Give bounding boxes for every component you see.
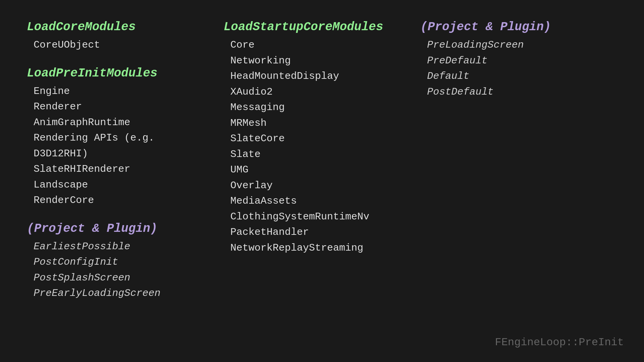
list-item: Default <box>420 68 604 84</box>
section-load-preinit-modules: LoadPreInitModulesEngineRendererAnimGrap… <box>27 66 210 208</box>
list-item: Networking <box>224 53 407 69</box>
list-item: ClothingSystemRuntimeNv <box>224 209 407 225</box>
list-item: UMG <box>224 162 407 178</box>
list-item: PacketHandler <box>224 224 407 240</box>
section-load-startup-core-modules: LoadStartupCoreModulesCoreNetworkingHead… <box>224 20 407 256</box>
column-col3: (Project & Plugin)PreLoadingScreenPreDef… <box>420 20 617 342</box>
list-item: SlateCore <box>224 131 407 147</box>
list-item: PreLoadingScreen <box>420 37 604 53</box>
column-col2: LoadStartupCoreModulesCoreNetworkingHead… <box>224 20 420 342</box>
list-item: AnimGraphRuntime <box>27 115 210 131</box>
list-item: PreEarlyLoadingScreen <box>27 286 210 301</box>
list-item: XAudio2 <box>224 84 407 100</box>
section-header-load-core-modules: LoadCoreModules <box>27 20 210 34</box>
list-item: NetworkReplayStreaming <box>224 240 407 256</box>
column-col1: LoadCoreModulesCoreUObjectLoadPreInitMod… <box>27 20 224 342</box>
section-header-project-plugin-col1: (Project & Plugin) <box>27 222 210 236</box>
list-item: PostConfigInit <box>27 254 210 270</box>
list-item: Rendering APIs (e.g. D3D12RHI) <box>27 130 210 161</box>
section-header-project-plugin-col3: (Project & Plugin) <box>420 20 604 34</box>
list-item: SlateRHIRenderer <box>27 161 210 177</box>
list-item: PostDefault <box>420 84 604 100</box>
list-item: RenderCore <box>27 193 210 208</box>
footer-label: FEngineLoop::PreInit <box>495 336 624 349</box>
list-item: Core <box>224 37 407 53</box>
list-item: Landscape <box>27 177 210 193</box>
list-item: Renderer <box>27 99 210 115</box>
list-item: HeadMountedDisplay <box>224 68 407 84</box>
section-project-plugin-col3: (Project & Plugin)PreLoadingScreenPreDef… <box>420 20 604 100</box>
list-item: PostSplashScreen <box>27 270 210 286</box>
section-header-load-startup-core-modules: LoadStartupCoreModules <box>224 20 407 34</box>
list-item: MRMesh <box>224 115 407 131</box>
list-item: Overlay <box>224 178 407 194</box>
list-item: Messaging <box>224 100 407 115</box>
main-content: LoadCoreModulesCoreUObjectLoadPreInitMod… <box>0 0 644 362</box>
list-item: PreDefault <box>420 53 604 69</box>
list-item: Engine <box>27 84 210 99</box>
list-item: EarliestPossible <box>27 239 210 255</box>
section-load-core-modules: LoadCoreModulesCoreUObject <box>27 20 210 53</box>
list-item: MediaAssets <box>224 193 407 209</box>
section-project-plugin-col1: (Project & Plugin)EarliestPossiblePostCo… <box>27 222 210 301</box>
list-item: Slate <box>224 147 407 162</box>
list-item: CoreUObject <box>27 37 210 53</box>
section-header-load-preinit-modules: LoadPreInitModules <box>27 66 210 80</box>
